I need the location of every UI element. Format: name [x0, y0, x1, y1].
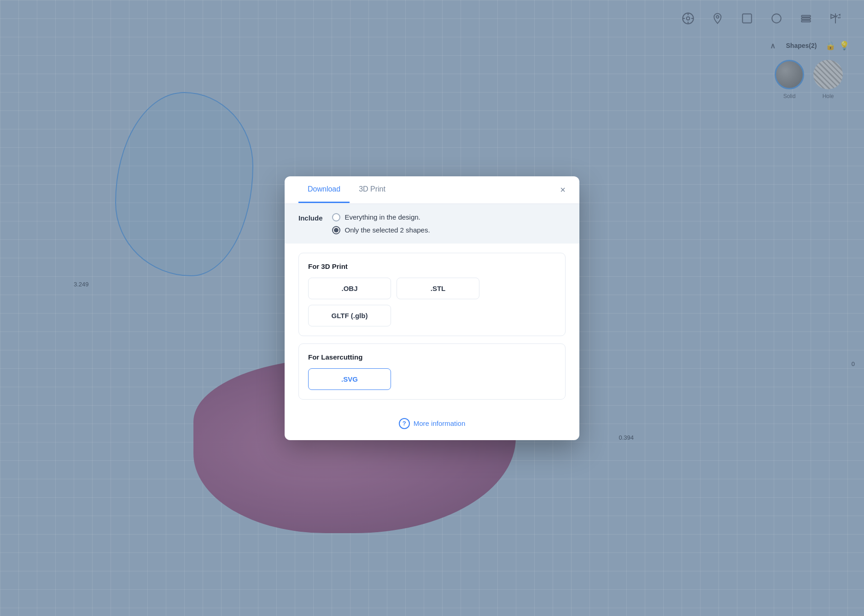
more-info-icon: ? — [399, 418, 410, 429]
option-selected[interactable]: Only the selected 2 shapes. — [332, 226, 430, 234]
btn-stl[interactable]: .STL — [397, 278, 479, 299]
3d-print-buttons: .OBJ .STL GLTF (.glb) — [308, 278, 556, 326]
modal-footer: ? More information — [285, 411, 579, 440]
lasercutting-section: For Lasercutting .SVG — [298, 343, 566, 400]
modal-header: Download 3D Print × — [285, 176, 579, 204]
include-label: Include — [298, 213, 323, 222]
download-modal: Download 3D Print × Include Everything i… — [285, 176, 579, 440]
include-section: Include Everything in the design. Only t… — [285, 204, 579, 244]
tab-download[interactable]: Download — [298, 177, 350, 203]
btn-obj[interactable]: .OBJ — [308, 278, 391, 299]
3d-print-section: For 3D Print .OBJ .STL GLTF (.glb) — [298, 253, 566, 336]
option-everything-text: Everything in the design. — [345, 213, 420, 221]
radio-selected[interactable] — [332, 226, 340, 234]
modal-overlay: Download 3D Print × Include Everything i… — [0, 0, 864, 616]
include-options: Everything in the design. Only the selec… — [332, 213, 430, 234]
option-selected-text: Only the selected 2 shapes. — [345, 226, 430, 234]
more-info-link[interactable]: More information — [414, 419, 466, 427]
lasercutting-buttons: .SVG — [308, 368, 556, 390]
lasercutting-title: For Lasercutting — [308, 353, 556, 361]
btn-svg[interactable]: .SVG — [308, 368, 391, 390]
3d-print-title: For 3D Print — [308, 262, 556, 270]
tab-3d-print[interactable]: 3D Print — [350, 177, 395, 203]
modal-body: For 3D Print .OBJ .STL GLTF (.glb) For L… — [285, 244, 579, 411]
option-everything[interactable]: Everything in the design. — [332, 213, 430, 221]
radio-everything[interactable] — [332, 213, 340, 221]
modal-tabs: Download 3D Print — [298, 177, 566, 203]
close-button[interactable]: × — [555, 182, 570, 197]
btn-gltf[interactable]: GLTF (.glb) — [308, 305, 391, 326]
